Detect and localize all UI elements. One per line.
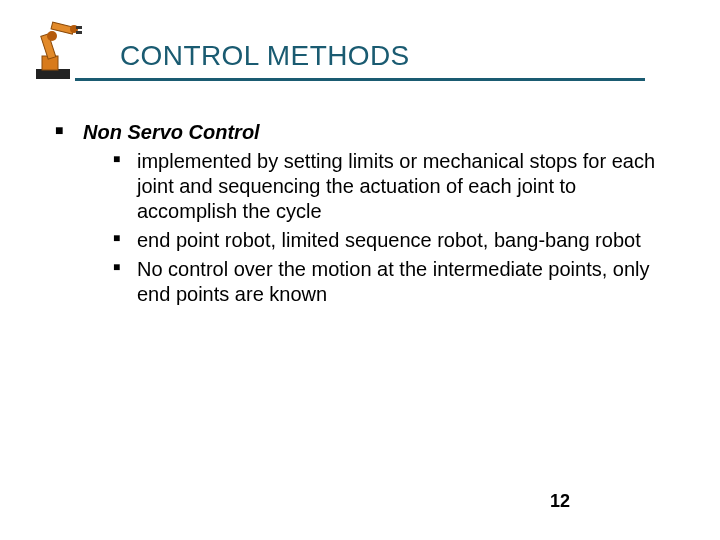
bullet-list-level1: Non Servo Control implemented by setting… (55, 120, 665, 307)
title-block: CONTROL METHODS (120, 40, 690, 81)
list-item: No control over the motion at the interm… (113, 257, 665, 307)
page-title: CONTROL METHODS (120, 40, 690, 72)
list-heading: Non Servo Control (83, 121, 260, 143)
svg-rect-6 (76, 26, 82, 29)
title-underline (75, 78, 645, 81)
list-item: implemented by setting limits or mechani… (113, 149, 665, 224)
svg-rect-7 (76, 31, 82, 34)
slide: CONTROL METHODS Non Servo Control implem… (0, 0, 720, 540)
list-item: Non Servo Control implemented by setting… (55, 120, 665, 307)
slide-body: Non Servo Control implemented by setting… (55, 120, 665, 313)
list-item: end point robot, limited sequence robot,… (113, 228, 665, 253)
bullet-list-level2: implemented by setting limits or mechani… (83, 149, 665, 307)
page-number: 12 (550, 491, 570, 512)
svg-point-4 (47, 31, 57, 41)
robot-arm-icon (30, 14, 100, 84)
